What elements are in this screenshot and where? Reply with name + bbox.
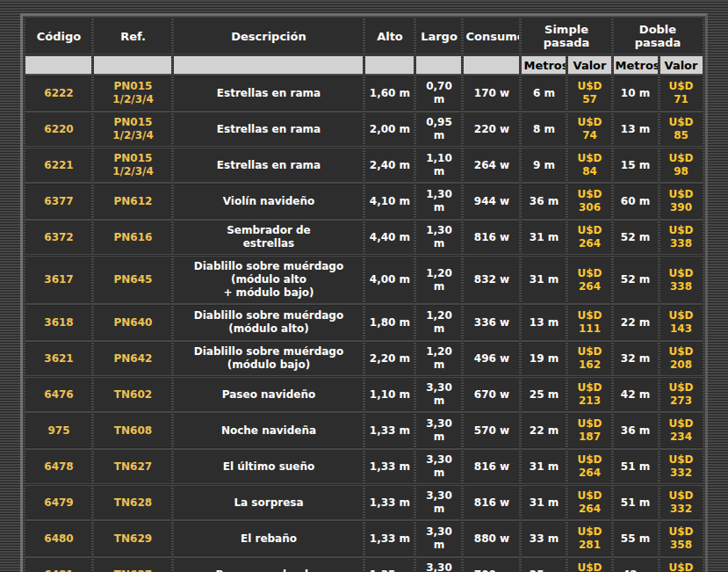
cell-consumo: 880 w [464, 522, 519, 555]
cell-codigo: 6377 [25, 185, 91, 218]
cell-doble-metros: 10 m [614, 76, 658, 110]
cell-descripcion: Estrellas en rama [174, 76, 363, 110]
cell-simple-valor: U$D 111 [568, 306, 610, 339]
cell-alto: 1,33 m [365, 414, 414, 447]
table-row: 6377PN612Violín navideño4,10 m1,30 m944 … [25, 185, 702, 218]
table-row: 3621PN642Diablillo sobre muérdago (módul… [25, 342, 702, 375]
cell-consumo: 816 w [464, 450, 519, 483]
column-header-codigo: Código [25, 18, 91, 54]
cell-doble-valor: U$D 208 [660, 342, 703, 375]
table-row: 6372PN616Sembrador de estrellas4,40 m1,3… [25, 221, 702, 254]
cell-doble-metros: 51 m [614, 450, 658, 483]
cell-alto: 1,33 m [365, 486, 414, 519]
column-header-doble-pasada: Doble pasada [614, 18, 703, 54]
cell-ref: PN015 1/2/3/4 [94, 148, 171, 182]
column-header-ref: Ref. [94, 18, 171, 54]
cell-alto: 4,00 m [365, 257, 414, 303]
cell-simple-valor: U$D 57 [568, 76, 610, 110]
cell-simple-metros: 25 m [522, 378, 566, 411]
cell-simple-metros: 22 m [522, 414, 566, 447]
cell-doble-metros: 13 m [614, 112, 658, 146]
table-row: 6479TN628La sorpresa1,33 m3,30 m816 w31 … [25, 486, 702, 519]
cell-largo: 1,30 m [416, 185, 461, 218]
blank-gray-cell-largo [416, 56, 461, 74]
subheader-doble-metros: Metros [614, 56, 658, 74]
cell-doble-valor: U$D 234 [660, 414, 703, 447]
cell-simple-metros: 19 m [522, 342, 566, 375]
table-row: 6222PN015 1/2/3/4Estrellas en rama1,60 m… [25, 76, 702, 110]
blank-gray-cell-ref [94, 56, 171, 74]
cell-simple-metros: 31 m [522, 257, 566, 303]
cell-simple-metros: 33 m [522, 522, 566, 555]
column-header-simple-pasada: Simple pasada [522, 18, 610, 54]
cell-consumo: 816 w [464, 221, 519, 254]
cell-codigo: 6221 [25, 148, 91, 182]
cell-consumo: 700 w [464, 558, 519, 572]
cell-consumo: 816 w [464, 486, 519, 519]
cell-ref: PN015 1/2/3/4 [94, 76, 171, 110]
blank-gray-cell-descripcion [174, 56, 363, 74]
cell-doble-metros: 32 m [614, 342, 658, 375]
cell-largo: 1,20 m [416, 306, 461, 339]
cell-alto: 1,60 m [365, 76, 414, 110]
cell-doble-valor: U$D 358 [660, 522, 703, 555]
cell-codigo: 6481 [25, 558, 91, 572]
cell-descripcion: Estrellas en rama [174, 148, 363, 182]
cell-largo: 1,10 m [416, 148, 461, 182]
cell-consumo: 496 w [464, 342, 519, 375]
cell-alto: 2,00 m [365, 112, 414, 146]
cell-simple-metros: 31 m [522, 486, 566, 519]
header-row: Código Ref. Descripción Alto Largo Consu… [25, 18, 702, 54]
cell-codigo: 3618 [25, 306, 91, 339]
cell-doble-metros: 55 m [614, 522, 658, 555]
cell-simple-valor: U$D 213 [568, 378, 610, 411]
subheader-doble-valor: Valor [660, 56, 703, 74]
cell-consumo: 264 w [464, 148, 519, 182]
table-row: 6481TN637Bosques soleados1,35 m3,30 m700… [25, 558, 702, 572]
cell-descripcion: La sorpresa [174, 486, 363, 519]
cell-descripcion: Noche navideña [174, 414, 363, 447]
cell-simple-valor: U$D 306 [568, 185, 610, 218]
cell-alto: 2,20 m [365, 342, 414, 375]
cell-consumo: 170 w [464, 76, 519, 110]
cell-descripcion: Diablillo sobre muérdago (módulo bajo) [174, 342, 363, 375]
cell-alto: 4,40 m [365, 221, 414, 254]
cell-simple-valor: U$D 264 [568, 221, 610, 254]
cell-simple-metros: 8 m [522, 112, 566, 146]
cell-largo: 3,30 m [416, 522, 461, 555]
cell-largo: 0,70 m [416, 76, 461, 110]
cell-simple-valor: U$D 213 [568, 558, 610, 572]
cell-alto: 1,10 m [365, 378, 414, 411]
cell-simple-valor: U$D 264 [568, 486, 610, 519]
cell-ref: PN640 [94, 306, 171, 339]
cell-doble-valor: U$D 98 [660, 148, 703, 182]
table-row: 6480TN629El rebaño1,33 m3,30 m880 w33 mU… [25, 522, 702, 555]
cell-simple-metros: 36 m [522, 185, 566, 218]
cell-descripcion: Diablillo sobre muérdago (módulo alto + … [174, 257, 363, 303]
cell-alto: 4,10 m [365, 185, 414, 218]
cell-codigo: 6222 [25, 76, 91, 110]
column-header-alto: Alto [365, 18, 414, 54]
cell-doble-metros: 22 m [614, 306, 658, 339]
cell-doble-metros: 36 m [614, 414, 658, 447]
cell-simple-valor: U$D 264 [568, 450, 610, 483]
column-header-descripcion: Descripción [174, 18, 363, 54]
cell-alto: 1,33 m [365, 522, 414, 555]
cell-simple-valor: U$D 281 [568, 522, 610, 555]
cell-descripcion: Paseo navideño [174, 378, 363, 411]
cell-codigo: 6372 [25, 221, 91, 254]
cell-descripcion: El último sueño [174, 450, 363, 483]
cell-doble-metros: 52 m [614, 221, 658, 254]
cell-doble-metros: 51 m [614, 486, 658, 519]
cell-largo: 0,95 m [416, 112, 461, 146]
cell-consumo: 832 w [464, 257, 519, 303]
cell-ref: PN642 [94, 342, 171, 375]
cell-doble-valor: U$D 143 [660, 306, 703, 339]
cell-consumo: 944 w [464, 185, 519, 218]
cell-ref: TN627 [94, 450, 171, 483]
cell-ref: TN637 [94, 558, 171, 572]
cell-consumo: 570 w [464, 414, 519, 447]
cell-simple-metros: 9 m [522, 148, 566, 182]
cell-descripcion: Sembrador de estrellas [174, 221, 363, 254]
cell-largo: 3,30 m [416, 450, 461, 483]
